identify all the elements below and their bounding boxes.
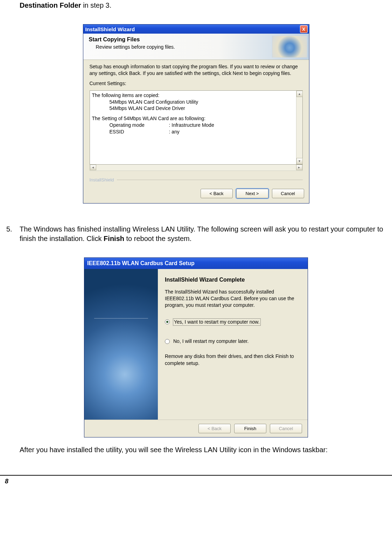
radio-icon[interactable] [165, 319, 170, 324]
dialog-title: InstallShield Wizard [85, 26, 135, 32]
page-number: 8 [5, 478, 8, 485]
settings-row: Operating mode : Infrastructure Mode [92, 122, 300, 129]
finish-button[interactable]: Finish [234, 424, 266, 433]
scroll-down-icon[interactable]: ▾ [296, 158, 303, 164]
installshield-brand: InstallShield [90, 177, 114, 182]
step-number: 5. [6, 225, 20, 243]
dialog-titlebar[interactable]: IEEE802.11b WLAN Cardbus Card Setup [84, 258, 308, 269]
dialog-title: IEEE802.11b WLAN Cardbus Card Setup [87, 260, 195, 267]
close-button[interactable]: X [300, 25, 308, 33]
settings-value: : any [169, 129, 180, 135]
setup-complete-dialog: IEEE802.11b WLAN Cardbus Card Setup Inst… [84, 257, 308, 437]
divider [117, 180, 303, 180]
settings-key: ESSID [110, 129, 169, 135]
complete-body: The InstallShield Wizard has successfull… [165, 289, 300, 309]
next-button[interactable]: Next > [236, 189, 268, 198]
close-icon: X [302, 27, 305, 32]
radio-icon[interactable] [165, 339, 170, 344]
radio-label: Yes, I want to restart my computer now. [173, 319, 260, 325]
settings-row: ESSID : any [92, 129, 300, 135]
page-footer: 8 [0, 475, 392, 485]
top-line-bold: Destination Folder [20, 1, 81, 9]
after-install-text: After you have installed the utility, yo… [20, 446, 386, 454]
dialog-banner: Start Copying Files Review settings befo… [83, 34, 309, 60]
radio-label: No, I will restart my computer later. [173, 338, 249, 345]
copied-item: 54Mbps WLAN Card Configuration Utility [92, 99, 300, 105]
wizard-side-graphic [84, 269, 158, 420]
settings-textbox: The following items are copied: 54Mbps W… [90, 90, 303, 165]
dialog-button-row: < Back Finish Cancel [84, 420, 308, 437]
scroll-left-icon[interactable]: ◂ [90, 165, 96, 170]
cancel-button: Cancel [270, 424, 302, 433]
restart-later-option[interactable]: No, I will restart my computer later. [165, 338, 300, 345]
dialog-intro: Setup has enough information to start co… [90, 63, 303, 77]
back-button: < Back [198, 424, 231, 433]
step-text: The Windows has finished installing Wire… [20, 225, 386, 243]
dialog-button-row: < Back Next > Cancel [83, 189, 309, 203]
current-settings-label: Current Settings: [90, 80, 303, 87]
top-line-rest: in step 3. [81, 1, 112, 9]
horizontal-scrollbar[interactable]: ◂ ▸ [90, 165, 303, 171]
scroll-right-icon[interactable]: ▸ [296, 165, 302, 170]
copied-header: The following items are copied: [92, 92, 300, 99]
settings-header: The Setting of 54Mbps WLAN Card are as f… [92, 115, 300, 122]
remove-disks-text: Remove any disks from their drives, and … [165, 353, 300, 367]
dialog-titlebar[interactable]: InstallShield Wizard X [83, 25, 309, 34]
settings-key: Operating mode [110, 122, 169, 129]
complete-heading: InstallShield Wizard Complete [165, 276, 300, 284]
vertical-scrollbar[interactable]: ▴ ▾ [296, 91, 302, 164]
back-button[interactable]: < Back [201, 189, 233, 198]
cancel-button[interactable]: Cancel [272, 189, 304, 198]
restart-now-option[interactable]: Yes, I want to restart my computer now. [165, 319, 300, 325]
scroll-up-icon[interactable]: ▴ [296, 91, 303, 97]
copied-item: 54Mbps WLAN Card Device Driver [92, 105, 300, 112]
banner-graphic [272, 36, 307, 57]
settings-value: : Infrastructure Mode [169, 122, 214, 129]
step-5: 5. The Windows has finished installing W… [6, 225, 386, 243]
doc-top-line: Destination Folder in step 3. [20, 1, 386, 9]
installshield-dialog: InstallShield Wizard X Start Copying Fil… [83, 24, 309, 203]
